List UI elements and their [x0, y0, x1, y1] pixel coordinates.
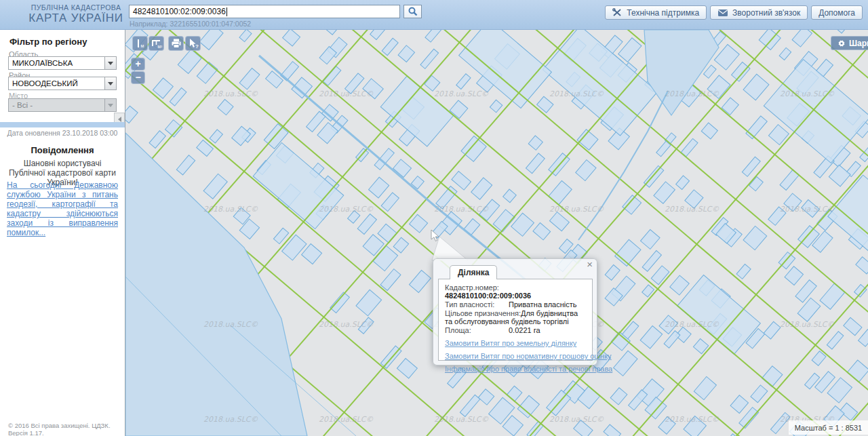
search-input[interactable]: 4824810100:02:009:0036 [129, 5, 400, 18]
close-icon[interactable]: × [587, 259, 593, 270]
map-canvas[interactable]: 2018.ua.SLC©2018.ua.SLC©2018.ua.SLC©2018… [125, 30, 868, 436]
zoom-out-button[interactable]: − [131, 71, 145, 84]
map-watermark: 2018.ua.SLC© [665, 90, 719, 98]
area-value: 0.0221 га [509, 326, 540, 334]
parcel-info-popup: × Ділянка Кадастр.номер:4824810100:02:00… [433, 258, 597, 365]
chevron-down-icon [108, 82, 113, 85]
print-icon [170, 37, 182, 49]
chevron-down-icon [108, 104, 113, 107]
magnifier-icon [408, 6, 418, 17]
header-buttons: Технічна підтримка Зворотний зв'язок Доп… [605, 5, 863, 20]
tab-dilyanka[interactable]: Ділянка [450, 265, 497, 279]
update-date: Дата оновлення 23.10.2018 03:00 [0, 129, 125, 137]
feedback-label: Зворотний зв'язок [732, 8, 800, 18]
ownership-type-row: Тип власності:Приватна власність [445, 300, 586, 309]
measure-length-button[interactable]: м [132, 36, 148, 51]
misto-select: - Всі - [8, 98, 117, 112]
oblast-value: МИКОЛАЇВСЬКА [9, 59, 104, 67]
ownership-type-value: Приватна власність [509, 300, 576, 309]
map-watermark: 2018.ua.SLC© [549, 90, 604, 98]
map-watermark: 2018.ua.SLC© [549, 415, 604, 424]
ownership-info-link[interactable]: Інформація про право власності та речові… [445, 365, 586, 373]
news-title: Повідомлення [0, 145, 125, 155]
tech-support-button[interactable]: Технічна підтримка [605, 5, 707, 20]
map-watermark: 2018.ua.SLC© [319, 205, 374, 214]
map-watermark: 2018.ua.SLC© [549, 205, 604, 214]
layers-label: Шари [849, 39, 868, 48]
text-caret [226, 7, 227, 16]
misto-value: - Всі - [9, 101, 104, 109]
map-watermark: 2018.ua.SLC© [780, 205, 835, 214]
search-input-value: 4824810100:02:009:0036 [133, 7, 226, 16]
help-label: Допомога [818, 8, 855, 18]
map-watermark: 2018.ua.SLC© [203, 320, 258, 329]
misto-dropdown-button [104, 99, 116, 111]
divider [0, 122, 125, 127]
print-button[interactable] [168, 36, 184, 51]
cadastre-number-label: Кадастр.номер: [445, 283, 509, 292]
map-watermark: 2018.ua.SLC© [203, 415, 258, 424]
feedback-button[interactable]: Зворотний зв'язок [710, 5, 808, 20]
purpose-row: Цільове призначення:Для будівництва та о… [445, 309, 586, 325]
search-hint: Наприклад: 3221655100:01:047:0052 [130, 20, 251, 28]
oblast-select[interactable]: МИКОЛАЇВСЬКА [8, 56, 117, 70]
logo-line2: КАРТА УКРАЇНИ [24, 12, 127, 25]
header-bar: ПУБЛІЧНА КАДАСТРОВА КАРТА УКРАЇНИ 482481… [0, 0, 868, 30]
ownership-type-label: Тип власності: [445, 300, 509, 309]
chevron-left-icon [118, 117, 121, 122]
app-logo: ПУБЛІЧНА КАДАСТРОВА КАРТА УКРАЇНИ [24, 3, 127, 25]
map-watermark: 2018.ua.SLC© [203, 90, 258, 98]
map-watermark: 2018.ua.SLC© [434, 415, 489, 424]
identify-cursor-icon: ? [187, 37, 199, 49]
map-watermark: 2018.ua.SLC© [434, 205, 489, 214]
purpose-label: Цільове призначення: [445, 309, 521, 317]
envelope-icon [717, 9, 728, 17]
rayon-dropdown-button[interactable] [104, 77, 116, 90]
order-extract-link[interactable]: Замовити Витяг про земельну ділянку [445, 339, 586, 347]
map-watermark: 2018.ua.SLC© [780, 320, 835, 329]
svg-text:м: м [140, 43, 144, 48]
rayon-select[interactable]: НОВООДЕСЬКИЙ [8, 77, 117, 90]
order-valuation-link[interactable]: Замовити Витяг про нормативну грошову оц… [445, 352, 586, 360]
map-watermark: 2018.ua.SLC© [319, 415, 374, 424]
logo-line1: ПУБЛІЧНА КАДАСТРОВА [24, 3, 127, 12]
zoom-in-button[interactable]: + [131, 58, 145, 71]
sidebar: Фільтр по регіону Область МИКОЛАЇВСЬКА Р… [0, 30, 125, 436]
cadastre-number-row: Кадастр.номер:4824810100:02:009:0036 [445, 283, 586, 300]
map-watermark: 2018.ua.SLC© [665, 320, 719, 329]
copyright-text: © 2016 Всі права захищені. ЦДЗК. Версія … [8, 422, 123, 436]
news-link[interactable]: На сьогодні Державною службою України з … [7, 180, 118, 237]
cadastral-map[interactable]: 2018.ua.SLC©2018.ua.SLC©2018.ua.SLC©2018… [125, 30, 868, 436]
search-button[interactable] [403, 5, 422, 18]
svg-text:?: ? [195, 43, 199, 49]
area-row: Площа:0.0221 га [445, 326, 586, 334]
mouse-cursor-icon [430, 229, 441, 243]
layers-button[interactable]: Шари [831, 36, 868, 50]
map-watermark: 2018.ua.SLC© [203, 205, 258, 214]
parcel-info-panel: Кадастр.номер:4824810100:02:009:0036 Тип… [438, 279, 593, 361]
gear-icon [837, 39, 846, 47]
area-label: Площа: [445, 326, 509, 334]
identify-button[interactable]: ? [185, 36, 201, 51]
map-watermark: 2018.ua.SLC© [665, 205, 719, 214]
help-button[interactable]: Допомога [811, 5, 863, 20]
chevron-down-icon [108, 62, 113, 65]
rayon-value: НОВООДЕСЬКИЙ [9, 79, 104, 87]
cadastre-number-value: 4824810100:02:009:0036 [445, 292, 531, 300]
map-watermark: 2018.ua.SLC© [780, 90, 835, 98]
scale-indicator: Масштаб = 1 : 8531 [789, 420, 868, 435]
measure-area-button[interactable]: м² [149, 36, 164, 51]
tech-support-label: Технічна підтримка [627, 8, 699, 18]
measure-length-icon: м [134, 37, 146, 49]
filter-title: Фільтр по регіону [9, 37, 87, 47]
map-watermark: 2018.ua.SLC© [319, 90, 374, 98]
map-watermark: 2018.ua.SLC© [665, 415, 719, 424]
map-watermark: 2018.ua.SLC© [434, 90, 489, 98]
map-watermark: 2018.ua.SLC© [319, 320, 374, 329]
svg-text:м²: м² [157, 44, 162, 49]
tools-icon [612, 8, 623, 18]
measure-area-icon: м² [151, 37, 163, 49]
oblast-dropdown-button[interactable] [104, 57, 116, 69]
